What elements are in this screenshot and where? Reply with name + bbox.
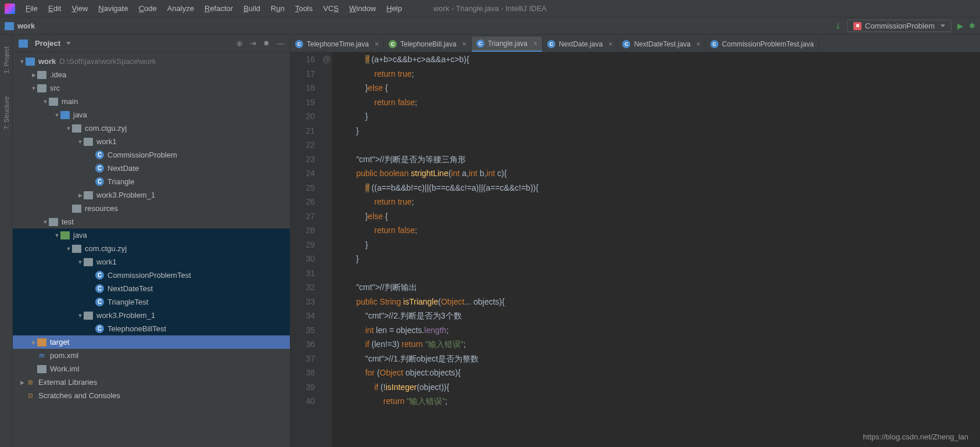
tree-main[interactable]: ▼main (13, 95, 290, 108)
tree-test-work1[interactable]: ▼work1 (13, 255, 290, 269)
tree-external-libs[interactable]: ▶⊞External Libraries (13, 376, 290, 389)
source-folder-icon (60, 111, 70, 119)
menu-file[interactable]: File (21, 2, 42, 15)
folder-icon (49, 218, 58, 226)
code-content[interactable]: if (a+b>c&&b+c>a&&a+c>b){ return true; }… (332, 52, 980, 447)
run-config-selector[interactable]: ✖ CommissionProblem (847, 20, 952, 32)
menu-build[interactable]: Build (239, 2, 265, 15)
close-icon[interactable]: × (462, 40, 466, 48)
menu-view[interactable]: View (67, 2, 92, 15)
tree-test-java[interactable]: ▼java (13, 228, 290, 242)
tree-test-work3[interactable]: ▼work3.Problem_1 (13, 309, 290, 322)
chevron-down-icon (940, 24, 945, 27)
project-tree[interactable]: ▼workD:\Soft\java\workSpace\work ▶.idea … (13, 52, 290, 447)
tree-package[interactable]: ▼com.ctgu.zyj (13, 121, 290, 135)
class-icon: C (476, 40, 484, 48)
tab-commissionproblemtest[interactable]: CCommissionProblemTest.java (706, 37, 819, 52)
class-icon: C (95, 151, 104, 159)
menu-window[interactable]: Window (344, 2, 380, 15)
excluded-folder-icon (37, 338, 46, 346)
collapse-icon[interactable]: ⇥ (250, 39, 256, 48)
tree-pom[interactable]: mpom.xml (13, 349, 290, 362)
tree-target[interactable]: ▶target (13, 335, 290, 349)
tree-telephone-bill-test[interactable]: CTelephoneBillTest (13, 322, 290, 335)
run-button[interactable]: ▶ (957, 22, 963, 30)
package-icon (84, 258, 93, 266)
menu-bar: File Edit View Navigate Code Analyze Ref… (0, 0, 980, 17)
class-icon: C (95, 177, 104, 186)
package-icon (84, 312, 93, 320)
tab-nextdatetest[interactable]: CNextDateTest.java× (618, 37, 705, 52)
menu-analyze[interactable]: Analyze (163, 2, 199, 15)
library-icon: ⊞ (26, 378, 35, 387)
code-editor[interactable]: 1617181920212223242526272829303132333435… (290, 52, 980, 447)
scratch-icon: ⊡ (26, 392, 35, 400)
close-icon[interactable]: × (533, 40, 537, 48)
tree-test-package[interactable]: ▼com.ctgu.zyj (13, 242, 290, 255)
navigation-bar: work ⤓ ✖ CommissionProblem ▶ ✱ (0, 17, 980, 35)
tab-nextdate[interactable]: CNextDate.java× (543, 37, 618, 52)
tree-java[interactable]: ▼java (13, 108, 290, 121)
run-config-icon: ✖ (853, 22, 861, 30)
locate-icon[interactable]: ⊕ (236, 39, 243, 48)
chevron-down-icon (66, 42, 71, 45)
class-icon: C (547, 40, 555, 48)
tree-nextdate[interactable]: CNextDate (13, 162, 290, 175)
close-icon[interactable]: × (608, 40, 612, 48)
maven-icon: m (37, 352, 46, 360)
class-icon: C (710, 40, 719, 48)
menu-tools[interactable]: Tools (290, 2, 317, 15)
tree-root[interactable]: ▼workD:\Soft\java\workSpace\work (13, 55, 290, 68)
tab-telephonetime[interactable]: CTelephoneTime.java× (290, 37, 384, 52)
tree-triangle-test[interactable]: CTriangleTest (13, 295, 290, 309)
menu-run[interactable]: Run (266, 2, 289, 15)
menu-refactor[interactable]: Refactor (200, 2, 238, 15)
debug-button[interactable]: ✱ (969, 22, 975, 30)
class-icon: C (95, 298, 104, 306)
menu-code[interactable]: Code (134, 2, 161, 15)
watermark: https://blog.csdn.net/Zheng_lan (863, 432, 968, 441)
test-folder-icon (60, 231, 70, 239)
tree-idea[interactable]: ▶.idea (13, 68, 290, 81)
project-tool-window: Project ⊕ ⇥ ✸ — ▼workD:\Soft\java\workSp… (13, 35, 290, 447)
package-icon (72, 124, 81, 133)
tree-commission-problem[interactable]: CCommissionProblem (13, 148, 290, 162)
editor-area: CTelephoneTime.java× CTelephoneBill.java… (290, 35, 980, 447)
tab-triangle[interactable]: CTriangle.java× (472, 37, 543, 52)
close-icon[interactable]: × (697, 40, 701, 48)
resources-folder-icon (72, 205, 81, 213)
tree-work1[interactable]: ▼work1 (13, 135, 290, 148)
build-icon[interactable]: ⤓ (835, 22, 841, 30)
tree-commission-test[interactable]: CCommissionProblemTest (13, 269, 290, 282)
tree-work3[interactable]: ▶work3.Problem_1 (13, 188, 290, 202)
menu-edit[interactable]: Edit (44, 2, 66, 15)
project-panel-title[interactable]: Project (19, 39, 71, 48)
class-icon: C (95, 284, 104, 293)
tree-scratches[interactable]: ⊡Scratches and Consoles (13, 389, 290, 402)
window-title: work - Triangle.java - IntelliJ IDEA (433, 4, 547, 13)
tree-nextdate-test[interactable]: CNextDateTest (13, 282, 290, 295)
project-panel-header: Project ⊕ ⇥ ✸ — (13, 35, 290, 52)
tree-test[interactable]: ▼test (13, 215, 290, 228)
folder-icon (26, 58, 35, 66)
folder-icon (49, 98, 58, 106)
menu-vcs[interactable]: VCS (318, 2, 343, 15)
folder-icon (37, 71, 46, 79)
editor-tabs: CTelephoneTime.java× CTelephoneBill.java… (290, 35, 980, 52)
settings-icon[interactable]: ✸ (263, 39, 270, 48)
menu-navigate[interactable]: Navigate (94, 2, 132, 15)
tree-resources[interactable]: resources (13, 202, 290, 215)
breadcrumb-root[interactable]: work (17, 22, 35, 30)
tab-telephonebill[interactable]: CTelephoneBill.java× (384, 37, 472, 52)
class-icon: C (95, 271, 104, 280)
package-icon (84, 138, 93, 146)
app-icon (5, 3, 15, 14)
tree-iml[interactable]: Work.iml (13, 362, 290, 376)
menu-help[interactable]: Help (382, 2, 407, 15)
tree-src[interactable]: ▼src (13, 81, 290, 95)
close-icon[interactable]: × (375, 40, 379, 48)
tree-triangle[interactable]: CTriangle (13, 175, 290, 188)
tool-structure[interactable]: 7: Structure (3, 96, 10, 130)
hide-icon[interactable]: — (277, 39, 284, 48)
tool-project[interactable]: 1: Project (3, 47, 10, 73)
